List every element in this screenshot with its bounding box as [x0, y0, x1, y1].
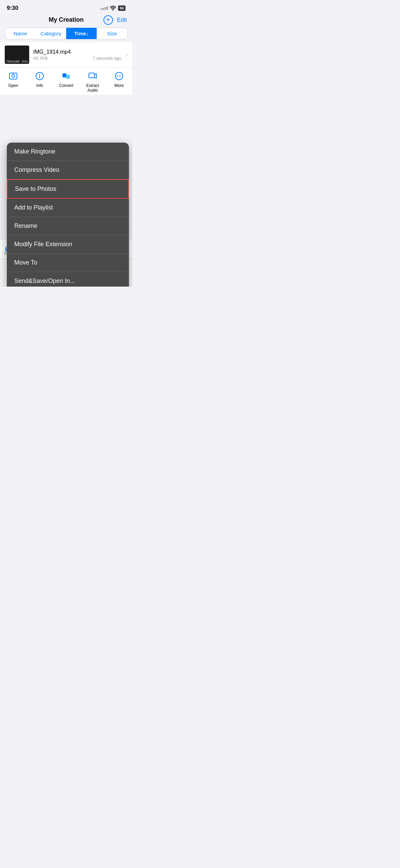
convert-icon: [60, 70, 72, 82]
svg-point-1: [12, 75, 15, 77]
more-icon: [113, 70, 125, 82]
file-size: 45.7KB: [33, 56, 48, 61]
file-info: IMG_1914.mp4 45.7KB 7 seconds ago: [33, 49, 121, 61]
file-item[interactable]: 720x1280 0:01 IMG_1914.mp4 45.7KB 7 seco…: [0, 42, 132, 68]
signal-icon: [100, 6, 108, 10]
menu-item-rename[interactable]: Rename: [7, 217, 129, 235]
file-thumbnail: 720x1280 0:01: [5, 46, 29, 64]
file-resolution: 720x1280: [6, 60, 20, 63]
extract-audio-icon: [87, 70, 98, 82]
action-more-label: More: [114, 83, 123, 88]
nav-bar: My Creation + Edit: [0, 14, 132, 26]
menu-item-move-to[interactable]: Move To: [7, 254, 129, 272]
edit-button[interactable]: Edit: [117, 17, 127, 23]
menu-item-make-ringtone[interactable]: Make Ringtone: [7, 143, 129, 161]
sort-tabs: Name Category Time↓ Size: [5, 28, 128, 39]
file-time-ago: 7 seconds ago: [93, 56, 121, 61]
nav-title: My Creation: [49, 16, 83, 23]
sort-tab-time[interactable]: Time↓: [66, 28, 97, 39]
svg-point-12: [119, 76, 120, 77]
menu-item-compress-video[interactable]: Compress Video: [7, 161, 129, 179]
action-info[interactable]: Info: [26, 70, 53, 93]
status-time: 9:30: [7, 5, 18, 12]
wifi-icon: [110, 6, 116, 11]
file-meta: 45.7KB 7 seconds ago: [33, 56, 121, 61]
action-extract-label: Extract Audio: [86, 83, 99, 93]
action-extract-audio[interactable]: Extract Audio: [79, 70, 106, 93]
open-icon: [7, 70, 19, 82]
sort-tab-name[interactable]: Name: [5, 28, 36, 39]
svg-point-13: [120, 76, 121, 77]
menu-item-modify-file-extension[interactable]: Modify File Extension: [7, 235, 129, 254]
svg-point-11: [117, 76, 118, 77]
nav-actions: + Edit: [103, 15, 127, 25]
battery-icon: 94: [118, 5, 126, 11]
action-open-label: Open: [8, 83, 18, 88]
add-button[interactable]: +: [103, 15, 113, 25]
file-duration: 0:01: [22, 60, 28, 63]
status-bar: 9:30 94: [0, 0, 132, 14]
menu-item-add-to-playlist[interactable]: Add to Playlist: [7, 199, 129, 217]
menu-item-save-to-photos[interactable]: Save to Photos: [7, 179, 129, 199]
status-icons: 94: [100, 5, 126, 11]
action-open[interactable]: Open: [0, 70, 26, 93]
svg-point-5: [39, 74, 40, 75]
svg-point-8: [66, 75, 70, 78]
action-more[interactable]: More: [106, 70, 132, 93]
dropdown-menu: Make Ringtone Compress Video Save to Pho…: [7, 143, 129, 287]
file-chevron-icon: ›: [126, 51, 128, 58]
action-info-label: Info: [36, 83, 43, 88]
info-icon: [34, 70, 45, 82]
menu-item-send-save[interactable]: Send&Save/Open In...: [7, 272, 129, 287]
action-bar: Open Info Convert: [0, 68, 132, 95]
svg-rect-9: [89, 73, 94, 78]
file-name: IMG_1914.mp4: [33, 49, 121, 55]
sort-tab-category[interactable]: Category: [36, 28, 66, 39]
sort-tab-size[interactable]: Size: [97, 28, 127, 39]
action-convert-label: Convert: [59, 83, 73, 88]
action-convert[interactable]: Convert: [53, 70, 79, 93]
